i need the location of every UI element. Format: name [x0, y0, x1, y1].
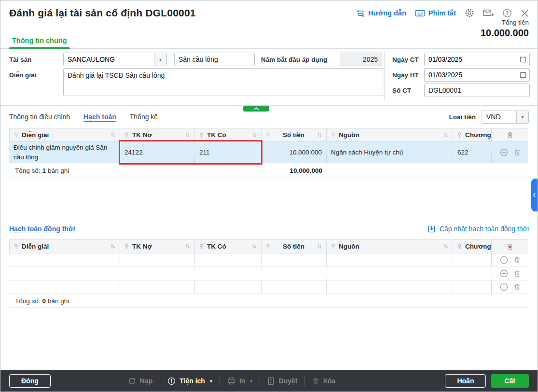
delete-all-rows-icon[interactable] — [507, 131, 513, 139]
currency-value: VND — [482, 113, 516, 121]
currency-select[interactable]: VND ▾ — [482, 111, 529, 124]
doc-no-input[interactable] — [424, 84, 530, 97]
sort-icon[interactable] — [443, 132, 448, 138]
pin-icon[interactable] — [331, 132, 335, 138]
accounting-table-row[interactable]: Điều chỉnh giảm nguyên giá Sân cầu lông … — [9, 142, 528, 163]
pin-icon[interactable] — [14, 132, 18, 138]
sort-icon[interactable] — [252, 132, 257, 138]
guide-link[interactable]: Hướng dẫn — [357, 9, 406, 17]
empty-row[interactable] — [9, 253, 528, 267]
add-row-icon[interactable] — [500, 256, 508, 264]
sort-icon[interactable] — [110, 244, 115, 249]
doc-date-calendar-icon[interactable] — [520, 56, 526, 63]
close-button[interactable]: Đóng — [9, 374, 51, 388]
form-divider — [384, 52, 385, 101]
guide-link-label: Hướng dẫn — [368, 9, 406, 17]
settings-gear-icon[interactable] — [465, 8, 474, 18]
delete-row-icon[interactable] — [514, 149, 521, 156]
utilities-button[interactable]: Tiện ích ▾ — [167, 377, 212, 385]
accounting-table: Diễn giải TK Nợ TK Có Số tiền Nguồn Chươ… — [9, 128, 528, 178]
shortcuts-link[interactable]: Phím tắt — [415, 9, 456, 17]
help-icon[interactable]: ? — [502, 8, 512, 18]
asset-name-input[interactable] — [174, 53, 255, 66]
col-header-source: Nguồn — [327, 128, 453, 141]
tab-adjustment-info[interactable]: Thông tin điều chỉnh — [9, 113, 70, 121]
amount-total: 10.000.000 — [262, 167, 327, 174]
record-count-value: 0 — [42, 297, 46, 305]
start-year-input[interactable] — [340, 53, 382, 66]
pin-icon[interactable] — [124, 132, 129, 138]
keyboard-icon — [415, 10, 425, 17]
tab-general-info[interactable]: Thông tin chung — [9, 37, 70, 48]
record-count-label: Tổng số: — [15, 297, 41, 305]
row-debit-account[interactable]: 24122 — [120, 142, 195, 163]
pin-icon[interactable] — [199, 244, 204, 250]
doc-date-input[interactable] — [424, 53, 530, 66]
simultaneous-title-link[interactable]: Hạch toán đồng thời — [9, 225, 75, 233]
pin-icon[interactable] — [266, 244, 270, 250]
empty-row[interactable] — [9, 267, 528, 280]
row-description: Điều chỉnh giảm nguyên giá Sân cầu lông — [14, 143, 115, 162]
tab-statistics[interactable]: Thống kê — [130, 113, 158, 121]
close-icon[interactable] — [521, 9, 529, 17]
delete-row-icon[interactable] — [514, 283, 521, 291]
caret-down-icon: ▾ — [210, 378, 212, 384]
post-date-input[interactable] — [424, 68, 530, 82]
row-chapter: 622 — [453, 142, 492, 163]
pin-icon[interactable] — [199, 132, 204, 138]
pin-icon[interactable] — [457, 244, 462, 250]
delete-all-rows-icon[interactable] — [507, 243, 513, 250]
pin-icon[interactable] — [124, 244, 129, 250]
divider — [304, 376, 305, 386]
currency-dropdown-caret-icon: ▾ — [516, 111, 528, 123]
sort-icon[interactable] — [317, 132, 322, 138]
sort-icon[interactable] — [443, 244, 448, 249]
sort-icon[interactable] — [185, 244, 190, 249]
side-panel-toggle[interactable] — [531, 179, 538, 211]
grand-total-label: Tổng tiền — [481, 19, 529, 26]
record-count-unit: bản ghi — [48, 297, 69, 305]
asset-code-dropdown-caret-icon[interactable]: ▾ — [154, 53, 166, 66]
titlebar: Đánh giá lại tài sản cố định DGL00001 Hư… — [0, 0, 538, 19]
send-mail-icon[interactable] — [483, 9, 494, 17]
row-credit-account[interactable]: 211 — [195, 142, 262, 163]
chevron-up-icon — [253, 107, 259, 110]
pin-icon[interactable] — [266, 132, 270, 138]
sort-icon[interactable] — [252, 244, 257, 249]
doc-date-label: Ngày CT — [392, 56, 419, 63]
description-textarea[interactable]: Đánh giá lại TSCĐ Sân cầu lông — [63, 68, 383, 96]
import-box-icon — [428, 225, 436, 233]
collapse-header-button[interactable] — [243, 106, 269, 112]
add-row-icon[interactable] — [500, 283, 508, 291]
simultaneous-table-footer: Tổng số: 0 bản ghi — [9, 294, 528, 308]
delete-row-icon[interactable] — [514, 270, 521, 277]
description-label: Diễn giải — [9, 71, 36, 79]
pin-icon[interactable] — [457, 132, 462, 138]
pin-icon[interactable] — [331, 244, 335, 250]
post-date-calendar-icon[interactable] — [520, 71, 526, 78]
col-header-amount: Số tiền — [262, 240, 327, 253]
col-header-description: Diễn giải — [9, 128, 120, 141]
update-simultaneous-link[interactable]: Cập nhật hạch toán đồng thời — [428, 225, 529, 233]
tab-accounting[interactable]: Hạch toán — [83, 113, 116, 121]
simultaneous-section-header: Hạch toán đồng thời Cập nhật hạch toán đ… — [0, 223, 538, 235]
add-row-icon[interactable] — [500, 269, 508, 278]
approve-button: Duyệt — [267, 377, 297, 385]
add-row-icon[interactable] — [500, 148, 508, 156]
divider — [220, 376, 220, 386]
action-bar: Đóng Nạp Tiện ích ▾ In ▾ — [0, 370, 538, 392]
sort-icon[interactable] — [185, 132, 190, 138]
asset-code-input[interactable] — [64, 53, 154, 66]
col-header-debit: TK Nợ — [120, 128, 195, 141]
delete-button: Xóa — [312, 377, 335, 385]
sort-icon[interactable] — [317, 244, 322, 249]
postpone-button[interactable]: Hoãn — [445, 374, 486, 388]
delete-row-icon[interactable] — [514, 256, 521, 264]
col-header-actions — [492, 240, 528, 253]
save-button[interactable]: Cất — [491, 374, 529, 388]
sort-icon[interactable] — [110, 132, 115, 138]
pin-icon[interactable] — [14, 244, 18, 250]
asset-code-combobox[interactable]: ▾ — [63, 53, 167, 66]
empty-row[interactable] — [9, 280, 528, 294]
col-header-chapter: Chương — [453, 240, 492, 253]
